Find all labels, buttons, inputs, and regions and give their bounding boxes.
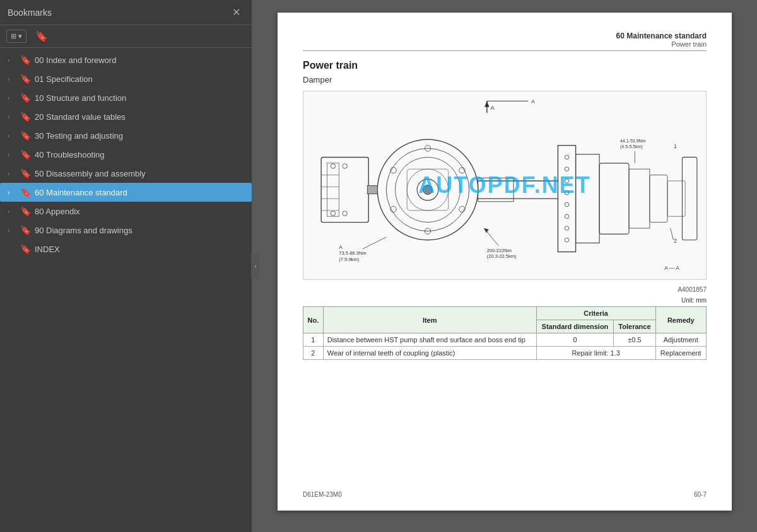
svg-text:200-222Nm: 200-222Nm [487,248,512,253]
table-row: 2Wear of internal teeth of coupling (pla… [303,347,707,360]
table-header-remedy: Remedy [655,307,706,333]
cell-standard: 0 [536,333,614,347]
bookmark-item-50[interactable]: ›🔖50 Disassembly and assembly [0,164,252,183]
svg-text:(4.5-5.5km): (4.5-5.5km) [620,144,643,149]
bookmark-item-40[interactable]: ›🔖40 Troubleshooting [0,145,252,164]
svg-text:(7.5-9km): (7.5-9km) [339,257,360,262]
svg-text:A: A [339,244,343,250]
table-subheader-tolerance: Tolerance [614,320,655,333]
bookmark-label: 10 Structure and function [35,93,245,103]
bookmark-label: 60 Maintenance standard [35,188,245,197]
bookmark-icon-button[interactable]: 🔖 [32,29,52,43]
chevron-icon: › [8,189,16,196]
data-table: No. Item Criteria Remedy Standard dimens… [303,306,707,360]
page-header: 60 Maintenance standard Power train [303,32,707,51]
grid-icon: ⊞ [11,32,16,40]
table-row: 1Distance between HST pump shaft end sur… [303,333,707,347]
bookmark-label: 20 Standard value tables [35,112,245,122]
close-button[interactable]: ✕ [228,5,244,20]
bookmark-label: INDEX [35,245,245,254]
cell-standard: Repair limit: 1.3 [536,347,655,360]
diagram-svg: A A [303,91,706,279]
cell-item: Distance between HST pump shaft end surf… [323,333,536,347]
collapse-handle[interactable]: ‹ [251,253,260,279]
chevron-icon: › [8,132,16,139]
bookmark-label: 00 Index and foreword [35,55,245,65]
bookmark-item-90[interactable]: ›🔖90 Diagrams and drawings [0,221,252,240]
bookmark-flag-icon: 🔖 [20,55,31,65]
diagram-ref: A4001857 [303,286,707,293]
header-main-section: 60 Maintenance standard [616,32,707,40]
bookmark-item-60[interactable]: ›🔖60 Maintenance standard [0,183,252,202]
cell-no: 2 [303,347,324,360]
bookmark-flag-icon: 🔖 [20,168,31,178]
chevron-icon: › [8,76,16,83]
diagram-area: A A [303,91,707,280]
svg-point-11 [423,185,433,195]
chevron-icon: › [8,170,16,177]
bookmark-label: 90 Diagrams and drawings [35,226,245,235]
table-subheader-standard: Standard dimension [536,320,614,333]
cell-tolerance: ±0.5 [614,333,655,347]
sidebar-toolbar: ⊞▾ 🔖 [0,25,252,48]
table-header-criteria: Criteria [536,307,655,320]
bookmark-item-00[interactable]: ›🔖00 Index and foreword [0,50,252,69]
svg-text:A: A [531,98,535,105]
bookmark-list: ›🔖00 Index and foreword›🔖01 Specificatio… [0,48,252,532]
footer-right: 60-7 [694,491,707,498]
sidebar-title: Bookmarks [8,8,52,18]
bookmark-item-80[interactable]: ›🔖80 Appendix [0,202,252,221]
unit-label: Unit: mm [303,297,707,304]
chevron-icon: › [8,151,16,158]
bookmark-item-index[interactable]: 🔖INDEX [0,240,252,258]
page-container: 60 Maintenance standard Power train Powe… [278,13,732,511]
svg-rect-0 [303,98,706,273]
svg-text:A — A: A — A [664,265,679,271]
bookmark-label: 40 Troubleshooting [35,150,245,159]
bookmark-item-01[interactable]: ›🔖01 Specification [0,69,252,88]
cell-item: Wear of internal teeth of coupling (plas… [323,347,536,360]
svg-rect-29 [367,185,377,194]
bookmark-flag-icon: 🔖 [20,112,31,122]
bookmark-flag-icon: 🔖 [20,93,31,103]
chevron-icon: › [8,57,16,64]
bookmark-flag-icon: 🔖 [20,225,31,235]
bookmark-flag-icon: 🔖 [20,130,31,141]
svg-text:73.5-86.3Nm: 73.5-86.3Nm [339,250,366,256]
section-title: Power train [303,60,707,71]
bookmark-item-20[interactable]: ›🔖20 Standard value tables [0,107,252,126]
header-sub-section: Power train [671,40,707,48]
bookmark-flag-icon: 🔖 [20,149,31,159]
bookmark-flag-icon: 🔖 [20,206,31,216]
chevron-icon: › [8,208,16,215]
cell-remedy: Adjustment [655,333,706,347]
main-content: 60 Maintenance standard Power train Powe… [252,0,757,532]
svg-text:44.1-53.9Nm: 44.1-53.9Nm [620,139,646,143]
bookmark-label: 50 Disassembly and assembly [35,169,245,178]
chevron-icon: › [8,95,16,101]
expand-all-button[interactable]: ⊞▾ [6,30,26,43]
svg-text:2: 2 [674,238,677,244]
svg-text:A: A [490,105,495,111]
cell-remedy: Replacement [655,347,706,360]
table-header-item: Item [323,307,536,333]
bookmark-item-30[interactable]: ›🔖30 Testing and adjusting [0,126,252,145]
cell-no: 1 [303,333,324,347]
page-footer: D61EM-23M0 60-7 [303,491,707,498]
svg-text:1: 1 [674,143,677,149]
bookmark-label: 30 Testing and adjusting [35,131,245,141]
chevron-icon: › [8,113,16,120]
bookmark-flag-icon: 🔖 [20,74,31,84]
bookmark-flag-icon: 🔖 [20,187,31,197]
bookmark-label: 01 Specification [35,74,245,84]
svg-text:(20.3-22.5km): (20.3-22.5km) [487,253,517,259]
subsection-title: Damper [303,75,707,84]
bookmark-flag-icon: 🔖 [20,244,31,254]
bookmark-label: 80 Appendix [35,207,245,216]
sidebar-header: Bookmarks ✕ [0,0,252,25]
bookmark-item-10[interactable]: ›🔖10 Structure and function [0,88,252,107]
chevron-icon: › [8,227,16,234]
footer-left: D61EM-23M0 [303,491,342,498]
sidebar: Bookmarks ✕ ⊞▾ 🔖 ›🔖00 Index and foreword… [0,0,252,532]
table-header-no: No. [303,307,324,333]
